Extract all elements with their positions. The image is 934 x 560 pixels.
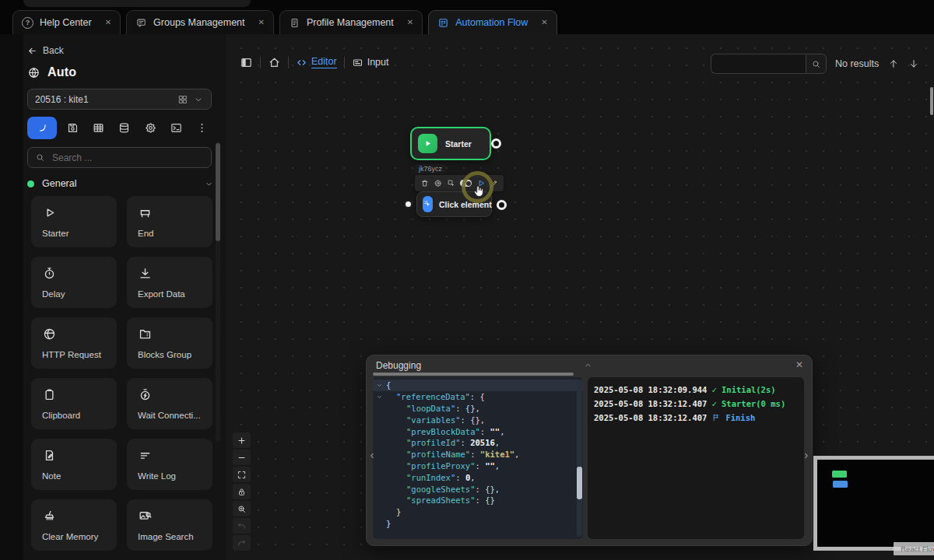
canvas-search-input[interactable] xyxy=(711,54,806,74)
click-output-handle[interactable] xyxy=(497,200,507,210)
block-search[interactable] xyxy=(27,147,212,168)
json-line: } xyxy=(373,518,583,530)
flow-canvas[interactable]: Editor Input No results Starter jk76ycz … xyxy=(226,34,934,560)
block-export-data[interactable]: Export Data xyxy=(127,257,212,308)
redo-button[interactable] xyxy=(233,535,251,551)
close-icon[interactable]: ✕ xyxy=(407,19,413,26)
delete-block-icon[interactable] xyxy=(420,179,430,188)
zoom-out-button[interactable] xyxy=(233,450,251,465)
tool-table-view-button[interactable] xyxy=(89,118,109,138)
block-wait-connecti[interactable]: Wait Connecti... xyxy=(127,378,212,429)
tool-flow-button[interactable] xyxy=(27,117,57,139)
input-label: Input xyxy=(367,57,389,68)
tool-save-button[interactable] xyxy=(62,118,83,138)
log-entry: 2025-05-08 18:32:12.407✓Starter(0 ms) xyxy=(594,397,798,411)
collapse-icon[interactable] xyxy=(583,360,593,370)
section-label: General xyxy=(42,178,76,189)
close-icon[interactable]: ✕ xyxy=(258,19,265,26)
block-http-request[interactable]: HTTP Request xyxy=(31,317,117,369)
node-id-badge: jk76ycz xyxy=(415,164,446,173)
automation-icon xyxy=(437,17,449,29)
fit-view-button[interactable] xyxy=(233,467,251,482)
home-icon[interactable] xyxy=(268,56,281,69)
tab-automation-flow[interactable]: Automation Flow✕ xyxy=(428,10,557,34)
search-icon xyxy=(35,152,45,163)
search-next-icon[interactable] xyxy=(908,58,919,69)
tab-groups-management[interactable]: Groups Management✕ xyxy=(126,10,274,34)
clear-icon xyxy=(42,509,57,523)
minimap[interactable] xyxy=(813,456,934,551)
canvas-search-box xyxy=(711,54,827,74)
sidebar-scrollbar-thumb[interactable] xyxy=(216,143,220,241)
section-general[interactable]: General xyxy=(27,178,214,189)
node-starter[interactable]: Starter xyxy=(410,127,491,160)
debug-log[interactable]: 2025-05-08 18:32:09.944✓Initial(2s)2025-… xyxy=(588,377,804,539)
close-icon[interactable]: ✕ xyxy=(795,359,803,370)
tab-profile-management[interactable]: Profile Management✕ xyxy=(279,10,423,34)
debug-json-tree[interactable]: {"referenceData": {"loopData": {},"varia… xyxy=(373,377,583,539)
tool-storage-button[interactable] xyxy=(114,118,135,138)
expand-chevron-icon[interactable] xyxy=(376,394,383,401)
block-label: Export Data xyxy=(138,289,212,299)
search-prev-icon[interactable] xyxy=(888,58,899,69)
block-write-log[interactable]: Write Log xyxy=(127,439,212,490)
json-scrollbar-thumb[interactable] xyxy=(577,467,582,499)
chevron-right-icon[interactable] xyxy=(802,450,811,461)
table-icon xyxy=(92,121,105,135)
tool-console-button[interactable] xyxy=(167,118,187,138)
block-label: Clipboard xyxy=(42,411,117,420)
json-scrollbar[interactable] xyxy=(577,380,582,537)
block-label: HTTP Request xyxy=(42,350,117,359)
block-end[interactable]: End xyxy=(127,196,212,247)
chevron-left-icon[interactable] xyxy=(367,450,377,461)
expand-chevron-icon[interactable] xyxy=(376,382,383,389)
profile-select[interactable]: 20516 : kite1 xyxy=(27,89,212,110)
json-line: "runIndex": 0, xyxy=(373,471,583,483)
back-button[interactable]: Back xyxy=(27,45,226,56)
zoom-reset-button[interactable] xyxy=(233,501,251,516)
block-clipboard[interactable]: Clipboard xyxy=(31,378,117,429)
window-top-remnant xyxy=(23,0,251,7)
write-icon xyxy=(138,448,153,463)
block-label: Note xyxy=(42,471,117,481)
block-clear-memory[interactable]: Clear Memory xyxy=(31,499,117,551)
json-line: "profileName": "kite1", xyxy=(373,449,583,460)
sidebar-scrollbar[interactable] xyxy=(216,142,220,442)
block-settings-icon[interactable] xyxy=(434,179,443,188)
back-arrow-icon xyxy=(27,46,37,56)
debugging-panel: Debugging ✕ {"referenceData": {"loopData… xyxy=(366,355,813,546)
window-scrollbar[interactable] xyxy=(930,0,933,560)
block-starter[interactable]: Starter xyxy=(31,196,117,247)
block-delay[interactable]: Delay xyxy=(31,257,117,308)
log-label: Finish xyxy=(725,413,755,422)
group-icon xyxy=(138,327,153,341)
block-blocks-group[interactable]: Blocks Group xyxy=(127,317,212,369)
block-image-search[interactable]: Image Search xyxy=(127,499,212,551)
fit-view-icon xyxy=(237,470,247,480)
log-timestamp: 2025-05-08 18:32:09.944 xyxy=(594,385,707,394)
click-input-handle[interactable] xyxy=(404,200,413,208)
block-note[interactable]: Note xyxy=(31,439,117,490)
tab-help-center[interactable]: ?Help Center✕ xyxy=(12,10,121,34)
panel-toggle-icon[interactable] xyxy=(240,56,253,69)
window-scrollbar-thumb[interactable] xyxy=(930,87,933,115)
lock-canvas-button[interactable] xyxy=(233,484,251,499)
select-element-icon[interactable] xyxy=(447,179,456,188)
search-button[interactable] xyxy=(806,54,827,74)
close-icon[interactable]: ✕ xyxy=(105,19,111,26)
profile-select-value: 20516 : kite1 xyxy=(35,94,173,105)
block-search-input[interactable] xyxy=(51,152,204,164)
tab-editor[interactable]: Editor xyxy=(296,56,337,68)
lock-canvas-icon xyxy=(237,487,247,497)
close-icon[interactable]: ✕ xyxy=(541,19,547,26)
zoom-in-button[interactable] xyxy=(233,432,251,448)
undo-button[interactable] xyxy=(233,518,251,534)
block-label: Write Log xyxy=(138,471,212,481)
tool-settings-button[interactable] xyxy=(140,118,160,138)
zoom-out-icon xyxy=(237,453,247,463)
tab-input[interactable]: Input xyxy=(352,57,389,68)
kebab-icon xyxy=(195,121,209,135)
tool-more-button[interactable] xyxy=(192,118,212,138)
starter-output-handle[interactable] xyxy=(491,138,501,149)
panel-resize-bar[interactable] xyxy=(373,373,574,376)
